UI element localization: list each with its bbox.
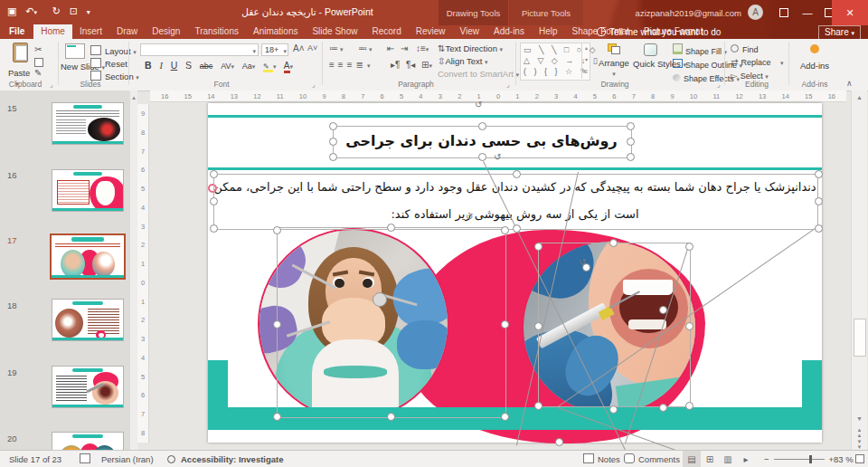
font-color-button[interactable]: A▾	[284, 60, 293, 71]
selection-handle[interactable]	[501, 226, 509, 234]
align-center-icon[interactable]: ≡	[338, 60, 347, 70]
tab-file[interactable]: File	[0, 24, 33, 39]
copy-icon[interactable]	[34, 57, 47, 68]
language-indicator[interactable]: Persian (Iran)	[101, 451, 154, 467]
slide-thumbnail-17[interactable]	[50, 234, 126, 280]
justify-icon[interactable]: ≣	[356, 60, 367, 70]
slide-canvas[interactable]: روش‌های بی حسی دندان برای جراحی دندانپزش…	[208, 103, 822, 443]
tab-slideshow[interactable]: Slide Show	[305, 24, 364, 39]
reset-button[interactable]: Reset	[90, 57, 127, 69]
vertical-scrollbar[interactable]: ▲ ▼ ▲▲ ▼▼	[851, 91, 867, 450]
selection-handle[interactable]	[273, 320, 281, 329]
photo-anesthesia-injection[interactable]	[522, 240, 697, 415]
tab-insert[interactable]: Insert	[72, 24, 109, 39]
qat-customize-icon[interactable]: ▾	[87, 8, 90, 16]
start-slideshow-icon[interactable]: ⊡	[70, 5, 78, 16]
selection-handle[interactable]	[210, 170, 218, 178]
highlight-color-button[interactable]: ✎▾	[263, 60, 277, 71]
zoom-slider[interactable]	[774, 459, 825, 460]
selection-handle[interactable]	[329, 122, 337, 130]
slide-thumbnail-19[interactable]	[52, 366, 124, 408]
find-button[interactable]: Find	[731, 43, 783, 56]
rtl-direction-icon[interactable]: ¶◂	[406, 60, 415, 70]
selection-handle[interactable]	[609, 405, 618, 414]
selection-handle[interactable]	[501, 413, 509, 421]
ltr-direction-icon[interactable]: ▸¶	[391, 60, 400, 70]
selection-handle[interactable]	[685, 322, 693, 330]
slide-counter[interactable]: Slide 17 of 23	[9, 451, 61, 467]
grow-font-icon[interactable]: A˄	[293, 43, 305, 53]
tab-transitions[interactable]: Transitions	[187, 24, 246, 39]
selection-handle[interactable]	[329, 153, 337, 161]
selection-handle[interactable]	[534, 322, 542, 330]
selection-handle[interactable]	[513, 224, 521, 233]
arrange-button[interactable]: Arrange▾	[599, 43, 629, 78]
shapes-gallery-scroll[interactable]: ▴▾≡	[581, 43, 590, 79]
character-spacing-button[interactable]: AV▾	[221, 62, 234, 71]
redo-icon[interactable]: ↻	[52, 5, 61, 16]
shapes-gallery[interactable]: ▭ ╲ ╲ □ ○ ◇△ ▽ ◇ → ↓ ▯( ) { } ☆ ✎ ▴▾≡	[520, 43, 590, 81]
quick-styles-button[interactable]: Quick Styles ▾	[633, 43, 667, 70]
account-email[interactable]: azizpanah2019@gmail.com	[636, 8, 741, 18]
zoom-percentage[interactable]: 83 %	[834, 451, 854, 467]
selection-handle[interactable]	[273, 413, 281, 421]
paste-button[interactable]	[9, 43, 31, 66]
zoom-slider-thumb[interactable]	[809, 455, 812, 463]
selection-handle[interactable]	[659, 306, 667, 314]
rotate-handle[interactable]: ↺	[475, 100, 482, 110]
scroll-down-icon[interactable]: ▼	[854, 413, 865, 424]
align-left-icon[interactable]: ≡	[329, 60, 338, 70]
convert-smartart-button[interactable]: Convert to SmartArt ▾	[438, 69, 519, 79]
photo-scared-patient[interactable]	[258, 228, 449, 420]
format-painter-icon[interactable]: ✎	[34, 68, 42, 78]
tab-design[interactable]: Design	[145, 24, 187, 39]
drawing-dialog-launcher[interactable]: ⌟	[717, 81, 721, 89]
shrink-font-icon[interactable]: A˅	[307, 43, 317, 52]
change-case-button[interactable]: Aa▾	[242, 62, 256, 71]
panel-scrollbar[interactable]: ▴	[130, 91, 137, 450]
selection-handle[interactable]	[478, 153, 486, 161]
fit-to-window-icon[interactable]	[855, 451, 868, 467]
bullets-icon[interactable]: ≔▾	[329, 43, 345, 53]
font-name-combo[interactable]: ▾	[140, 43, 259, 56]
tab-view[interactable]: View	[453, 24, 487, 39]
notes-button[interactable]: Notes	[583, 451, 620, 467]
selection-handle[interactable]	[627, 122, 635, 130]
align-right-icon[interactable]: ≡	[347, 60, 356, 70]
selection-handle[interactable]	[501, 320, 509, 329]
rotate-handle[interactable]: ↺	[466, 212, 473, 222]
slideshow-view-button[interactable]: ▸	[737, 451, 755, 467]
tab-review[interactable]: Review	[409, 24, 453, 39]
selection-handle[interactable]	[329, 138, 337, 146]
selection-handle[interactable]	[387, 413, 395, 421]
cut-icon[interactable]: ✂	[34, 44, 42, 54]
accessibility-status[interactable]: Accessibility: Investigate	[181, 451, 284, 467]
tell-me-box[interactable]: Tell me what you want to do	[597, 26, 721, 37]
paragraph-dialog-launcher[interactable]: ⌟	[506, 81, 510, 89]
selection-handle[interactable]	[627, 153, 635, 161]
reading-view-button[interactable]: ▥	[719, 451, 737, 467]
selection-handle[interactable]	[685, 402, 693, 410]
selection-handle[interactable]	[609, 239, 618, 247]
selection-handle[interactable]	[815, 170, 823, 178]
tab-home[interactable]: Home	[33, 24, 72, 39]
layout-button[interactable]: Layout ▾	[90, 44, 137, 56]
comments-button[interactable]: Comments	[624, 451, 680, 467]
selection-handle[interactable]	[627, 138, 635, 146]
scroll-up-icon[interactable]: ▲	[854, 91, 865, 103]
scrollbar-thumb[interactable]	[854, 319, 866, 357]
selection-handle[interactable]	[210, 197, 218, 205]
clipboard-dialog-launcher[interactable]: ⌟	[50, 81, 53, 89]
selection-handle[interactable]	[513, 170, 521, 178]
strikethrough-button[interactable]: abc	[200, 62, 213, 71]
slide-sorter-view-button[interactable]: ⊞	[701, 451, 719, 467]
line-spacing-icon[interactable]: ↕≡▾	[416, 43, 429, 53]
share-button[interactable]: Share ▾	[818, 25, 861, 40]
selection-handle[interactable]	[555, 438, 563, 446]
zoom-out-icon[interactable]: −	[764, 454, 769, 464]
selection-handle[interactable]	[273, 226, 281, 234]
slide-thumbnail-20[interactable]	[52, 432, 124, 450]
text-direction-button[interactable]: ⇅Text Direction ▾	[438, 43, 503, 53]
slide-body-textbox[interactable]: دندانپزشک یا جراح دهان شما بسته به پیچید…	[213, 174, 816, 228]
undo-icon[interactable]: ↶▾	[25, 5, 43, 16]
